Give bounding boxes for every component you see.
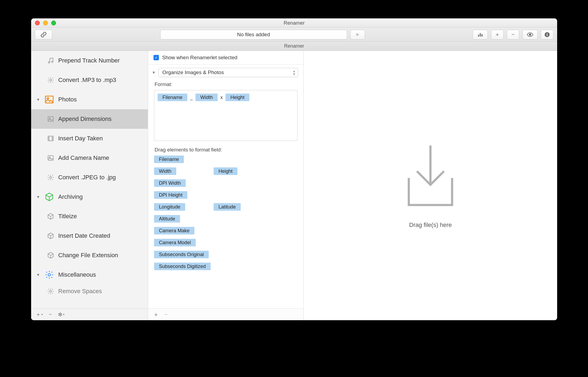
preset-select-row: ▼ Organize Images & Photos ▲▼ bbox=[148, 65, 303, 79]
svg-point-5 bbox=[547, 33, 548, 34]
sidebar-item-label: Insert Date Created bbox=[58, 232, 110, 239]
format-field[interactable]: Filename_WidthxHeight bbox=[154, 90, 298, 141]
sidebar-item[interactable]: Append Dimensions bbox=[31, 109, 148, 129]
format-token[interactable]: Width bbox=[195, 94, 218, 101]
toolbar: No files added ＋ − bbox=[31, 28, 557, 42]
sidebar-action-button[interactable]: ✻▾ bbox=[58, 311, 64, 318]
disclosure-triangle-icon[interactable]: ▼ bbox=[36, 195, 40, 199]
format-token[interactable]: Height bbox=[226, 94, 249, 101]
svg-point-9 bbox=[50, 79, 52, 81]
cube-icon bbox=[47, 213, 54, 220]
image-icon bbox=[47, 154, 54, 162]
svg-rect-6 bbox=[547, 34, 548, 36]
drop-zone[interactable]: Drag file(s) here bbox=[304, 51, 557, 320]
sidebar-item-label: Remove Spaces bbox=[58, 288, 102, 295]
palette-token[interactable]: Filename bbox=[154, 156, 184, 163]
palette-token[interactable]: Longitude bbox=[154, 203, 185, 211]
svg-point-3 bbox=[529, 34, 531, 35]
show-when-selected-label: Show when Renamerlet selected bbox=[162, 55, 237, 61]
play-button[interactable] bbox=[350, 30, 365, 39]
cube-icon bbox=[47, 232, 54, 240]
svg-rect-0 bbox=[478, 35, 479, 37]
zoom-window-button[interactable] bbox=[51, 21, 56, 25]
file-status-field[interactable]: No files added bbox=[160, 30, 347, 39]
step-remove-button[interactable]: − bbox=[164, 311, 168, 318]
sidebar: Prepend Track NumberConvert .MP3 to .mp3… bbox=[31, 51, 148, 320]
sidebar-item[interactable]: Convert .MP3 to .mp3 bbox=[31, 70, 148, 90]
sidebar-group[interactable]: ▼Archiving bbox=[31, 187, 148, 207]
sidebar-add-button[interactable]: ＋▾ bbox=[35, 311, 43, 318]
palette-token[interactable]: DPI Width bbox=[154, 179, 186, 187]
step-add-button[interactable]: ＋ bbox=[153, 310, 159, 319]
sidebar-item[interactable]: Prepend Track Number bbox=[31, 51, 148, 70]
svg-point-24 bbox=[48, 273, 50, 276]
chain-button[interactable] bbox=[35, 30, 52, 39]
format-token[interactable]: Filename bbox=[158, 94, 187, 101]
link-icon bbox=[40, 31, 47, 38]
subheader: Renamer bbox=[31, 42, 557, 51]
preset-select-value: Organize Images & Photos bbox=[162, 70, 224, 75]
bar-chart-icon bbox=[477, 32, 483, 38]
palette-token[interactable]: Camera Make bbox=[154, 227, 194, 234]
titlebar: Renamer bbox=[31, 18, 557, 28]
sidebar-group-label: Miscellaneous bbox=[58, 271, 96, 278]
remove-button[interactable]: − bbox=[507, 30, 519, 39]
svg-rect-14 bbox=[48, 136, 53, 141]
gear-icon bbox=[47, 174, 54, 181]
sidebar-item[interactable]: Insert Day Taken bbox=[31, 129, 148, 148]
cube-green-icon bbox=[44, 191, 55, 203]
gear-blue-icon bbox=[44, 269, 55, 280]
sidebar-item-label: Add Camera Name bbox=[58, 154, 109, 161]
svg-rect-1 bbox=[480, 33, 481, 37]
sidebar-remove-button[interactable]: − bbox=[49, 311, 52, 318]
sidebar-item-label: Titleize bbox=[58, 213, 77, 220]
disclosure-triangle-icon[interactable]: ▼ bbox=[36, 97, 40, 102]
palette-token[interactable]: Height bbox=[214, 167, 237, 175]
preview-button[interactable] bbox=[522, 30, 538, 39]
palette-token[interactable]: Width bbox=[154, 167, 176, 175]
sidebar-item[interactable]: Titleize bbox=[31, 207, 148, 226]
svg-rect-2 bbox=[482, 34, 483, 37]
traffic-lights bbox=[31, 21, 56, 25]
sidebar-footer: ＋▾ − ✻▾ bbox=[31, 308, 148, 320]
show-when-selected-checkbox[interactable]: ✓ bbox=[153, 55, 159, 60]
sidebar-group[interactable]: ▼Photos bbox=[31, 90, 148, 109]
section-disclosure[interactable]: ▼ bbox=[152, 70, 156, 75]
sidebar-item-label: Convert .MP3 to .mp3 bbox=[58, 77, 116, 84]
sidebar-item[interactable]: Convert .JPEG to .jpg bbox=[31, 168, 148, 187]
sidebar-item[interactable]: Remove Spaces bbox=[31, 285, 148, 298]
sidebar-item[interactable]: Insert Date Created bbox=[31, 226, 148, 246]
close-window-button[interactable] bbox=[35, 21, 40, 25]
sidebar-item[interactable]: Add Camera Name bbox=[31, 148, 148, 168]
svg-rect-21 bbox=[48, 156, 53, 160]
disclosure-triangle-icon[interactable]: ▼ bbox=[36, 273, 40, 277]
minimize-window-button[interactable] bbox=[43, 21, 48, 25]
format-field-label: Format: bbox=[148, 79, 303, 89]
config-panel: ✓ Show when Renamerlet selected ▼ Organi… bbox=[148, 51, 304, 320]
info-button[interactable] bbox=[541, 30, 553, 39]
sidebar-item[interactable]: Change File Extension bbox=[31, 246, 148, 265]
palette-token[interactable]: Camera Model bbox=[154, 239, 196, 246]
sidebar-item-label: Insert Day Taken bbox=[58, 135, 103, 142]
svg-point-11 bbox=[47, 98, 49, 99]
palette-token[interactable]: Subseconds Original bbox=[154, 251, 209, 258]
download-tray-icon bbox=[403, 143, 458, 211]
palette-token[interactable]: DPI Height bbox=[154, 191, 187, 199]
sidebar-item-label: Change File Extension bbox=[58, 252, 118, 259]
palette-token[interactable]: Altitude bbox=[154, 215, 180, 223]
svg-point-25 bbox=[50, 290, 52, 292]
sidebar-group[interactable]: ▼Miscellaneous bbox=[31, 265, 148, 285]
palette-token[interactable]: Latitude bbox=[214, 203, 241, 211]
sidebar-group-label: Archiving bbox=[58, 193, 83, 200]
sidebar-list[interactable]: Prepend Track NumberConvert .MP3 to .mp3… bbox=[31, 51, 148, 308]
window-title: Renamer bbox=[31, 20, 557, 26]
add-button[interactable]: ＋ bbox=[491, 30, 504, 39]
preset-select[interactable]: Organize Images & Photos ▲▼ bbox=[158, 68, 298, 77]
eye-icon bbox=[527, 31, 533, 38]
drag-elements-label: Drag elements to format field: bbox=[148, 141, 303, 155]
stats-button[interactable] bbox=[473, 30, 488, 39]
minus-icon: − bbox=[511, 31, 515, 38]
film-icon bbox=[47, 135, 54, 142]
sidebar-group-label: Photos bbox=[58, 96, 77, 103]
palette-token[interactable]: Subseconds Digitized bbox=[154, 263, 211, 270]
